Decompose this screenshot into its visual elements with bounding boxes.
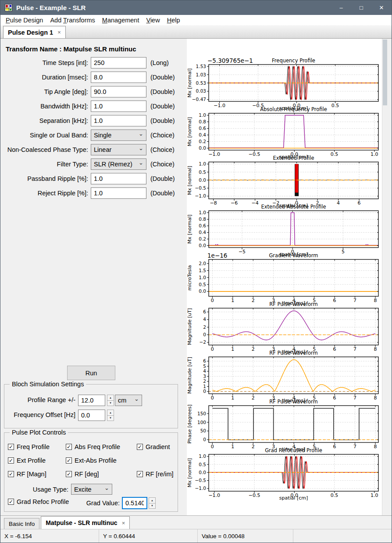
menu-item-help[interactable]: Help	[164, 17, 184, 24]
menu-item-view[interactable]: View	[143, 17, 163, 24]
plot-rf-pulse-waveform-phase[interactable]: 012345678150100500RF Pulse WaveformPhase…	[187, 398, 382, 451]
scrollbar-thumb[interactable]	[383, 40, 387, 105]
profile-range-spinner[interactable]: ▲▼	[106, 395, 114, 406]
parameters-panel: Transform Name : Matpulse SLR multinuc T…	[2, 39, 184, 515]
plot-scrollbar[interactable]	[382, 39, 387, 515]
title-bar: Pulse - Example - SLR – □ ✕	[0, 0, 392, 15]
form-row-passband-ripple: Passband Ripple [%]:(Double)	[2, 173, 184, 184]
menu-item-add-transforms[interactable]: Add Transforms	[46, 17, 98, 24]
separation-input[interactable]	[91, 115, 146, 126]
checkbox-abs-freq-profile[interactable]: ✓Abs Freq Profile	[66, 443, 137, 450]
svg-text:0.2: 0.2	[199, 236, 206, 241]
tab-basic-info[interactable]: Basic Info	[4, 518, 39, 529]
reject-ripple-input[interactable]	[91, 187, 146, 199]
plot-ylabel: Mx [normal]	[187, 215, 192, 244]
usage-type-select[interactable]: Excite ⌄	[71, 484, 112, 495]
run-button[interactable]: Run	[67, 366, 115, 380]
plot-list: −1.0−0.50.00.51.531.030.530.03−0.47Frequ…	[187, 57, 382, 495]
svg-text:0: 0	[211, 444, 214, 450]
checkbox-freq-profile[interactable]: ✓Freq Profile	[8, 443, 66, 450]
checkbox-label: Grad Refoc Profile	[17, 498, 69, 505]
svg-text:6: 6	[358, 200, 361, 206]
single-dual-band-value: Single	[94, 132, 137, 139]
duration-input[interactable]	[91, 72, 146, 83]
svg-text:0.8: 0.8	[199, 119, 206, 124]
checkbox-box: ✓	[8, 499, 14, 505]
svg-text:7: 7	[353, 444, 356, 450]
svg-text:0.5: 0.5	[331, 103, 339, 108]
phase-type-select[interactable]: Linear⌄	[91, 144, 146, 155]
grad-value-input[interactable]	[122, 497, 147, 509]
svg-text:8: 8	[374, 395, 377, 401]
svg-text:−0.47: −0.47	[192, 97, 206, 102]
svg-text:−8: −8	[210, 200, 217, 206]
status-value: Value = 0.00048	[198, 529, 293, 543]
plot-gradient-waveform[interactable]: 0123456782.01.51.00.50.0Gradient Wavefor…	[187, 252, 382, 305]
checkbox-gradient[interactable]: ✓Gradient	[137, 443, 170, 450]
svg-text:−0.5: −0.5	[195, 478, 207, 483]
spin-up-icon[interactable]: ▲	[107, 395, 114, 401]
tab-close-icon[interactable]: ×	[57, 29, 61, 36]
checkbox-grad-refoc-profile[interactable]: ✓Grad Refoc Profile	[8, 498, 69, 505]
frequency-offset-input[interactable]	[78, 410, 105, 421]
time-steps-input[interactable]	[91, 57, 146, 68]
tab-matpulse-slr-multinuc[interactable]: Matpulse - SLR multinuc ×	[41, 516, 130, 529]
checkbox-box: ✓	[137, 471, 143, 477]
status-y: Y = 0.60444	[99, 529, 198, 543]
spin-up-icon[interactable]: ▲	[149, 497, 156, 503]
form-row-filter-type: Filter Type:SLR (Remez)⌄(Choice)	[2, 158, 184, 170]
checkbox-rf-magn[interactable]: ✓RF [Magn]	[8, 471, 66, 478]
filter-type-select[interactable]: SLR (Remez)⌄	[91, 158, 146, 170]
svg-text:1.0: 1.0	[199, 161, 206, 166]
grad-value-spinner[interactable]: ▲▼	[148, 497, 156, 509]
checkbox-rf-deg[interactable]: ✓RF [deg]	[66, 471, 137, 478]
time-steps-label: Time Steps [int]:	[2, 59, 91, 66]
svg-text:6: 6	[333, 395, 336, 401]
passband-ripple-input[interactable]	[91, 173, 146, 184]
close-button[interactable]: ✕	[371, 0, 392, 15]
spin-up-icon[interactable]: ▲	[107, 410, 114, 416]
plot-rf-pulse-waveform-magnitude[interactable]: 0123456786420−2RF Pulse WaveformMagnitud…	[187, 300, 382, 354]
bandwidth-input[interactable]	[91, 101, 146, 112]
checkbox-box: ✓	[8, 457, 14, 464]
menu-item-management[interactable]: Management	[99, 17, 143, 24]
spin-down-icon[interactable]: ▼	[107, 401, 114, 406]
plot-frequency-profile[interactable]: −1.0−0.50.00.51.531.030.530.03−0.47Frequ…	[187, 57, 382, 110]
profile-range-unit-select[interactable]: cm ⌄	[115, 395, 142, 406]
svg-text:7: 7	[353, 395, 356, 401]
svg-text:0.5: 0.5	[331, 151, 339, 157]
menu-item-pulse-design[interactable]: Pulse Design	[2, 17, 46, 24]
menu-bar: Pulse DesignAdd TransformsManagementView…	[0, 15, 392, 26]
tip-angle-input[interactable]	[91, 86, 146, 97]
svg-text:0: 0	[203, 388, 206, 394]
checkbox-ext-profile[interactable]: ✓Ext Profile	[8, 457, 66, 464]
spin-down-icon[interactable]: ▼	[107, 416, 114, 421]
tab-pulse-design-1[interactable]: Pulse Design 1 ×	[3, 26, 66, 38]
frequency-offset-spinner[interactable]: ▲▼	[106, 410, 114, 421]
profile-range-input[interactable]	[78, 395, 105, 406]
checkbox-rf-re-im[interactable]: ✓RF [re/im]	[137, 471, 174, 478]
svg-text:0.8: 0.8	[199, 216, 206, 222]
plot-extended-absolute-profile[interactable]: −5051.00.80.60.40.20.0Extended Absolute …	[187, 203, 382, 256]
minimize-button[interactable]: –	[331, 0, 351, 15]
plot-rf-pulse-waveform-abs[interactable]: 0123456786543210RF Pulse WaveformMagnitu…	[187, 349, 382, 403]
svg-text:2: 2	[252, 395, 255, 401]
plot-absolute-frequency-profile[interactable]: −1.0−0.50.00.51.01.00.80.60.40.20.0Absol…	[187, 105, 382, 159]
maximize-button[interactable]: □	[351, 0, 371, 15]
svg-text:0.6: 0.6	[199, 126, 206, 131]
svg-text:1.5: 1.5	[199, 268, 206, 273]
plot-grad-refocused-profile[interactable]: −1.0−0.50.00.51.01.00.50.0−0.5−1.0Grad R…	[187, 446, 382, 500]
svg-text:1.53: 1.53	[196, 64, 206, 69]
plot-ylabel: microTesla	[187, 265, 192, 291]
field-type: (Double)	[150, 190, 175, 197]
field-type: (Long)	[150, 59, 169, 66]
checkbox-ext-abs-profile[interactable]: ✓Ext-Abs Profile	[66, 457, 137, 464]
plot-extended-profile[interactable]: −8−6−4−202461.00.50.0−0.5−1.0Extended Pr…	[187, 154, 382, 208]
field-type: (Choice)	[150, 161, 175, 168]
single-dual-band-select[interactable]: Single⌄	[91, 129, 146, 141]
checkbox-label: Ext Profile	[17, 457, 46, 464]
spin-down-icon[interactable]: ▼	[149, 503, 156, 509]
tab-close-icon[interactable]: ×	[122, 520, 125, 526]
axis-offset-text: 1e−16	[207, 252, 227, 259]
svg-text:0: 0	[211, 346, 214, 352]
